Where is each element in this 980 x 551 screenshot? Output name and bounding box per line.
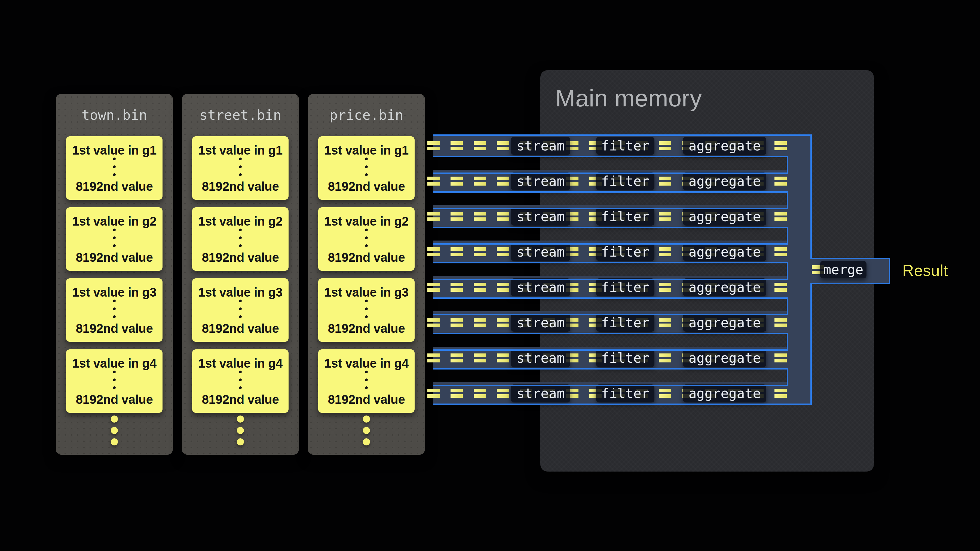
pipeline-row-gap <box>433 368 788 386</box>
data-flow-dash-icon <box>497 212 509 221</box>
pipeline-row-gap <box>433 262 788 280</box>
diagram-stage: town.bin 1st value in g1 8192nd value 1s… <box>0 0 980 551</box>
stream-stage-box: stream <box>511 349 570 367</box>
data-flow-dash-icon <box>474 176 486 186</box>
pipeline-layer: stream filter aggregate stream filter ag… <box>0 0 980 551</box>
pipeline-row-gap <box>433 156 788 174</box>
filter-stage-box: filter <box>596 137 654 155</box>
data-flow-dash-icon <box>775 247 787 256</box>
result-label: Result <box>902 261 948 279</box>
filter-stage-box: filter <box>596 208 654 225</box>
pipeline-row-gap <box>433 333 788 351</box>
data-flow-dash-icon <box>497 176 509 186</box>
data-flow-dash-icon <box>450 354 463 362</box>
data-flow-dash-icon <box>775 141 787 150</box>
aggregate-stage-box: aggregate <box>683 243 766 261</box>
stream-stage-box: stream <box>511 137 570 155</box>
data-flow-dash-icon <box>659 212 671 221</box>
pipeline-row-gap <box>433 227 788 245</box>
data-flow-dash-icon <box>427 247 440 256</box>
data-flow-dash-icon <box>775 318 787 327</box>
data-flow-dash-icon <box>659 141 671 150</box>
data-flow-dash-icon <box>450 212 463 221</box>
stream-stage-box: stream <box>511 208 570 225</box>
filter-stage-box: filter <box>596 172 654 190</box>
filter-stage-box: filter <box>596 278 654 296</box>
merge-channel: merge <box>810 258 890 284</box>
filter-stage-box: filter <box>596 243 654 261</box>
data-flow-dash-icon <box>427 283 440 292</box>
data-flow-dash-icon <box>775 389 787 398</box>
data-flow-dash-icon <box>450 247 463 256</box>
filter-stage-box: filter <box>596 314 654 332</box>
stream-stage-box: stream <box>511 278 570 296</box>
aggregate-stage-box: aggregate <box>683 314 766 332</box>
stream-stage-box: stream <box>511 172 570 190</box>
data-flow-dash-icon <box>775 212 787 221</box>
data-flow-dash-icon <box>450 176 463 186</box>
data-flow-dash-icon <box>450 389 463 398</box>
pipeline-row-gap <box>433 191 788 209</box>
data-flow-dash-icon <box>427 389 440 398</box>
merge-operator-box: merge <box>820 261 867 278</box>
data-flow-dash-icon <box>474 247 486 256</box>
pipeline-row-gap <box>433 297 788 315</box>
data-flow-dash-icon <box>497 318 509 327</box>
data-flow-dash-icon <box>659 318 671 327</box>
data-flow-dash-icon <box>659 247 671 256</box>
data-flow-dash-icon <box>497 247 509 256</box>
data-flow-dash-icon <box>450 283 463 292</box>
pipeline-outline-top <box>433 134 812 136</box>
data-flow-dash-icon <box>497 283 509 292</box>
data-flow-dash-icon <box>474 212 486 221</box>
data-flow-dash-icon <box>659 283 671 292</box>
stream-stage-box: stream <box>511 243 570 261</box>
data-flow-dash-icon <box>659 354 671 362</box>
data-flow-dash-icon <box>427 141 440 150</box>
aggregate-stage-box: aggregate <box>683 208 766 225</box>
aggregate-stage-box: aggregate <box>683 137 766 155</box>
aggregate-stage-box: aggregate <box>683 349 766 367</box>
data-flow-dash-icon <box>474 354 486 362</box>
data-flow-dash-icon <box>775 176 787 186</box>
data-flow-dash-icon <box>659 176 671 186</box>
filter-stage-box: filter <box>596 349 654 367</box>
aggregate-stage-box: aggregate <box>683 384 766 402</box>
data-flow-dash-icon <box>497 141 509 150</box>
data-flow-dash-icon <box>474 318 486 327</box>
data-flow-dash-icon <box>427 176 440 186</box>
data-flow-dash-icon <box>427 212 440 221</box>
aggregate-stage-box: aggregate <box>683 172 766 190</box>
data-flow-dash-icon <box>450 318 463 327</box>
stream-stage-box: stream <box>511 384 570 402</box>
data-flow-dash-icon <box>775 283 787 292</box>
aggregate-stage-box: aggregate <box>683 278 766 296</box>
pipeline-outline-bottom <box>433 403 812 405</box>
data-flow-dash-icon <box>659 389 671 398</box>
filter-stage-box: filter <box>596 384 654 402</box>
data-flow-dash-icon <box>497 389 509 398</box>
pipeline-outline-right-upper <box>810 134 812 258</box>
data-flow-dash-icon <box>497 354 509 362</box>
pipeline-row: stream filter aggregate <box>433 134 810 157</box>
data-flow-dash-icon <box>427 318 440 327</box>
data-flow-dash-icon <box>474 283 486 292</box>
data-flow-dash-icon <box>427 354 440 362</box>
data-flow-dash-icon <box>450 141 463 150</box>
data-flow-dash-icon <box>474 141 486 150</box>
data-flow-dash-icon <box>775 354 787 362</box>
data-flow-dash-icon <box>474 389 486 398</box>
stream-stage-box: stream <box>511 314 570 332</box>
pipeline-outline-right-lower <box>810 282 812 405</box>
